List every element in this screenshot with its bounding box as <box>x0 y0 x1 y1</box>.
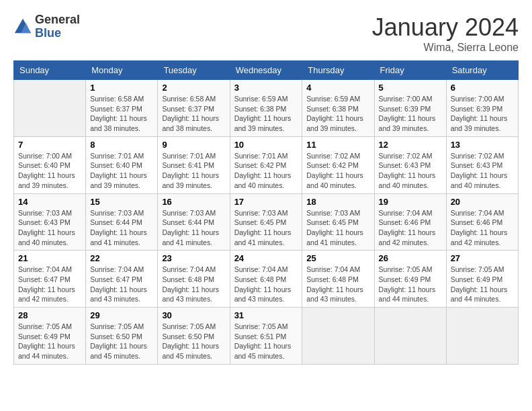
day-info: Sunrise: 6:58 AM Sunset: 6:37 PM Dayligh… <box>90 94 153 134</box>
day-number: 13 <box>451 140 514 150</box>
day-info: Sunrise: 7:05 AM Sunset: 6:50 PM Dayligh… <box>162 322 225 361</box>
day-info: Sunrise: 7:02 AM Sunset: 6:42 PM Dayligh… <box>306 151 369 191</box>
day-number: 29 <box>90 310 153 320</box>
day-of-week-header: Friday <box>374 61 446 80</box>
day-info: Sunrise: 7:03 AM Sunset: 6:44 PM Dayligh… <box>162 208 225 248</box>
day-number: 27 <box>451 253 514 263</box>
day-number: 30 <box>162 310 225 320</box>
day-of-week-header: Monday <box>86 61 158 80</box>
day-number: 25 <box>306 253 369 263</box>
day-number: 28 <box>18 310 81 320</box>
day-number: 20 <box>451 197 514 207</box>
day-info: Sunrise: 7:04 AM Sunset: 6:47 PM Dayligh… <box>18 265 81 304</box>
day-info: Sunrise: 7:03 AM Sunset: 6:45 PM Dayligh… <box>306 208 369 248</box>
calendar-cell: 16Sunrise: 7:03 AM Sunset: 6:44 PM Dayli… <box>158 193 230 250</box>
day-info: Sunrise: 7:04 AM Sunset: 6:48 PM Dayligh… <box>306 265 369 304</box>
day-number: 26 <box>379 253 442 263</box>
calendar-cell: 29Sunrise: 7:05 AM Sunset: 6:50 PM Dayli… <box>86 308 158 365</box>
calendar-cell: 12Sunrise: 7:02 AM Sunset: 6:43 PM Dayli… <box>374 136 446 193</box>
calendar-cell <box>302 308 374 365</box>
day-info: Sunrise: 7:05 AM Sunset: 6:50 PM Dayligh… <box>90 322 153 361</box>
calendar-cell: 27Sunrise: 7:05 AM Sunset: 6:49 PM Dayli… <box>446 250 518 308</box>
calendar-cell: 19Sunrise: 7:04 AM Sunset: 6:46 PM Dayli… <box>374 193 446 250</box>
calendar-cell <box>446 308 518 365</box>
day-number: 8 <box>90 140 153 150</box>
calendar-cell: 7Sunrise: 7:00 AM Sunset: 6:40 PM Daylig… <box>14 136 86 193</box>
day-number: 17 <box>234 197 298 207</box>
day-info: Sunrise: 7:04 AM Sunset: 6:48 PM Dayligh… <box>162 265 225 304</box>
calendar-cell: 22Sunrise: 7:04 AM Sunset: 6:47 PM Dayli… <box>86 250 158 308</box>
month-title: January 2024 <box>372 13 519 42</box>
calendar-cell: 8Sunrise: 7:01 AM Sunset: 6:40 PM Daylig… <box>86 136 158 193</box>
calendar-cell <box>14 80 86 137</box>
day-info: Sunrise: 6:58 AM Sunset: 6:37 PM Dayligh… <box>162 94 225 134</box>
calendar-cell: 10Sunrise: 7:01 AM Sunset: 6:42 PM Dayli… <box>230 136 302 193</box>
calendar-cell: 14Sunrise: 7:03 AM Sunset: 6:43 PM Dayli… <box>14 193 86 250</box>
day-info: Sunrise: 7:02 AM Sunset: 6:43 PM Dayligh… <box>451 151 514 191</box>
day-number: 10 <box>234 140 298 150</box>
day-info: Sunrise: 7:01 AM Sunset: 6:42 PM Dayligh… <box>234 151 298 191</box>
day-of-week-header: Saturday <box>446 61 518 80</box>
day-info: Sunrise: 7:01 AM Sunset: 6:41 PM Dayligh… <box>162 151 225 191</box>
day-number: 21 <box>18 253 81 263</box>
day-of-week-header: Wednesday <box>230 61 302 80</box>
day-number: 16 <box>162 197 225 207</box>
day-info: Sunrise: 7:02 AM Sunset: 6:43 PM Dayligh… <box>379 151 442 191</box>
logo: General Blue <box>13 13 80 40</box>
page-header: General Blue January 2024 Wima, Sierra L… <box>13 13 519 54</box>
calendar-cell: 26Sunrise: 7:05 AM Sunset: 6:49 PM Dayli… <box>374 250 446 308</box>
calendar-cell <box>374 308 446 365</box>
calendar-cell: 24Sunrise: 7:04 AM Sunset: 6:48 PM Dayli… <box>230 250 302 308</box>
day-of-week-header: Thursday <box>302 61 374 80</box>
day-number: 18 <box>306 197 369 207</box>
calendar-cell: 3Sunrise: 6:59 AM Sunset: 6:38 PM Daylig… <box>230 80 302 137</box>
day-number: 12 <box>379 140 442 150</box>
calendar-header-row: SundayMondayTuesdayWednesdayThursdayFrid… <box>14 61 519 80</box>
calendar-table: SundayMondayTuesdayWednesdayThursdayFrid… <box>13 60 519 365</box>
calendar-week-row: 7Sunrise: 7:00 AM Sunset: 6:40 PM Daylig… <box>14 136 519 193</box>
day-of-week-header: Tuesday <box>158 61 230 80</box>
calendar-cell: 30Sunrise: 7:05 AM Sunset: 6:50 PM Dayli… <box>158 308 230 365</box>
day-number: 3 <box>234 83 298 93</box>
day-info: Sunrise: 7:05 AM Sunset: 6:49 PM Dayligh… <box>451 265 514 304</box>
calendar-week-row: 1Sunrise: 6:58 AM Sunset: 6:37 PM Daylig… <box>14 80 519 137</box>
calendar-cell: 9Sunrise: 7:01 AM Sunset: 6:41 PM Daylig… <box>158 136 230 193</box>
calendar-week-row: 28Sunrise: 7:05 AM Sunset: 6:49 PM Dayli… <box>14 308 519 365</box>
day-number: 5 <box>379 83 442 93</box>
day-of-week-header: Sunday <box>14 61 86 80</box>
calendar-cell: 20Sunrise: 7:04 AM Sunset: 6:46 PM Dayli… <box>446 193 518 250</box>
calendar-cell: 1Sunrise: 6:58 AM Sunset: 6:37 PM Daylig… <box>86 80 158 137</box>
calendar-cell: 15Sunrise: 7:03 AM Sunset: 6:44 PM Dayli… <box>86 193 158 250</box>
day-info: Sunrise: 7:04 AM Sunset: 6:47 PM Dayligh… <box>90 265 153 304</box>
calendar-cell: 28Sunrise: 7:05 AM Sunset: 6:49 PM Dayli… <box>14 308 86 365</box>
day-number: 15 <box>90 197 153 207</box>
location-title: Wima, Sierra Leone <box>372 42 519 54</box>
logo-blue-text: Blue <box>35 26 61 40</box>
logo-icon <box>13 17 32 36</box>
day-info: Sunrise: 6:59 AM Sunset: 6:38 PM Dayligh… <box>234 94 298 134</box>
day-number: 9 <box>162 140 225 150</box>
day-info: Sunrise: 7:04 AM Sunset: 6:46 PM Dayligh… <box>379 208 442 248</box>
day-number: 23 <box>162 253 225 263</box>
day-number: 11 <box>306 140 369 150</box>
day-number: 22 <box>90 253 153 263</box>
calendar-cell: 6Sunrise: 7:00 AM Sunset: 6:39 PM Daylig… <box>446 80 518 137</box>
calendar-cell: 31Sunrise: 7:05 AM Sunset: 6:51 PM Dayli… <box>230 308 302 365</box>
calendar-cell: 25Sunrise: 7:04 AM Sunset: 6:48 PM Dayli… <box>302 250 374 308</box>
day-info: Sunrise: 7:00 AM Sunset: 6:40 PM Dayligh… <box>18 151 81 191</box>
day-info: Sunrise: 7:05 AM Sunset: 6:49 PM Dayligh… <box>379 265 442 304</box>
day-number: 19 <box>379 197 442 207</box>
day-number: 31 <box>234 310 298 320</box>
calendar-cell: 18Sunrise: 7:03 AM Sunset: 6:45 PM Dayli… <box>302 193 374 250</box>
day-info: Sunrise: 7:05 AM Sunset: 6:51 PM Dayligh… <box>234 322 298 361</box>
calendar-cell: 23Sunrise: 7:04 AM Sunset: 6:48 PM Dayli… <box>158 250 230 308</box>
day-info: Sunrise: 7:00 AM Sunset: 6:39 PM Dayligh… <box>451 94 514 134</box>
day-info: Sunrise: 7:03 AM Sunset: 6:43 PM Dayligh… <box>18 208 81 248</box>
calendar-cell: 21Sunrise: 7:04 AM Sunset: 6:47 PM Dayli… <box>14 250 86 308</box>
day-info: Sunrise: 7:04 AM Sunset: 6:46 PM Dayligh… <box>451 208 514 248</box>
title-block: January 2024 Wima, Sierra Leone <box>372 13 519 54</box>
calendar-cell: 2Sunrise: 6:58 AM Sunset: 6:37 PM Daylig… <box>158 80 230 137</box>
day-info: Sunrise: 7:04 AM Sunset: 6:48 PM Dayligh… <box>234 265 298 304</box>
calendar-cell: 17Sunrise: 7:03 AM Sunset: 6:45 PM Dayli… <box>230 193 302 250</box>
day-number: 7 <box>18 140 81 150</box>
